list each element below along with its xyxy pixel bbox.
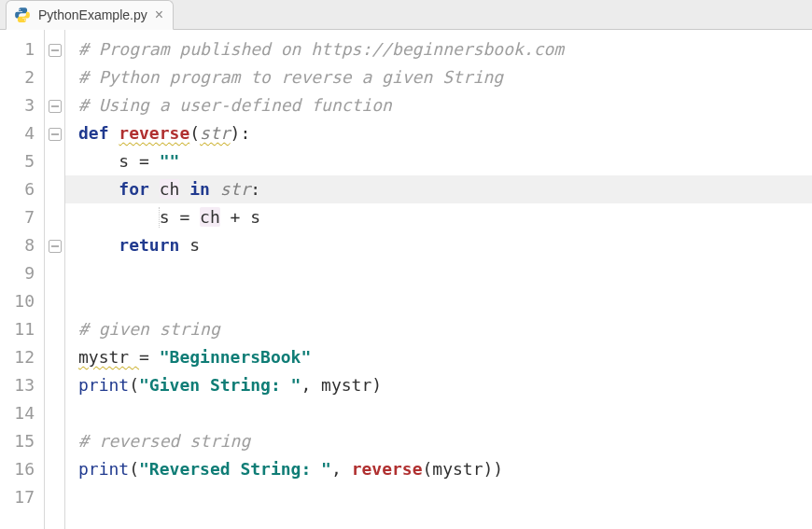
code-line[interactable] [65, 259, 812, 287]
fold-cell[interactable] [45, 231, 64, 259]
code-line[interactable]: print("Given String: ", mystr) [65, 371, 812, 399]
code-token: mystr [78, 347, 139, 367]
code-token: mystr [321, 375, 371, 395]
indent [78, 151, 119, 171]
code-line[interactable]: def reverse(str): [65, 119, 812, 147]
indent [78, 235, 119, 255]
code-token: "" [160, 151, 180, 171]
line-number: 5 [0, 147, 44, 175]
code-token: s [189, 235, 200, 255]
fold-cell [45, 483, 64, 511]
close-tab-icon[interactable]: × [155, 7, 163, 22]
code-token: reverse [119, 123, 189, 143]
code-token: # given string [78, 319, 220, 339]
code-line[interactable]: # given string [65, 315, 812, 343]
line-number: 8 [0, 231, 44, 259]
code-token: print [78, 459, 129, 479]
fold-toggle-icon[interactable] [49, 44, 62, 57]
code-line[interactable] [65, 399, 812, 427]
fold-cell [45, 399, 64, 427]
code-token: = [179, 207, 200, 227]
line-number: 14 [0, 399, 44, 427]
indent [78, 179, 119, 199]
code-line[interactable] [65, 483, 812, 511]
fold-cell [45, 259, 64, 287]
code-token: str [220, 179, 251, 199]
code-token: print [78, 375, 129, 395]
fold-gutter [45, 30, 65, 529]
code-token: ( [189, 123, 200, 143]
code-token: # reversed string [78, 431, 250, 451]
line-number: 7 [0, 203, 44, 231]
code-line[interactable]: # Using a user-defined function [65, 91, 812, 119]
file-tab[interactable]: PythonExample.py × [6, 0, 174, 30]
code-editor[interactable]: 1234567891011121314151617 # Program publ… [0, 30, 812, 529]
fold-toggle-icon[interactable] [49, 240, 62, 253]
tab-bar: PythonExample.py × [0, 0, 812, 30]
code-token: in [179, 179, 219, 199]
line-number: 6 [0, 175, 44, 203]
code-token: ) [371, 375, 382, 395]
line-number: 10 [0, 287, 44, 315]
code-token: + [220, 207, 251, 227]
fold-cell [45, 63, 64, 91]
code-token: return [119, 235, 189, 255]
fold-cell[interactable] [45, 35, 64, 63]
fold-toggle-icon[interactable] [49, 128, 62, 141]
fold-cell [45, 287, 64, 315]
code-token: # Python program to reverse a given Stri… [78, 67, 503, 87]
line-number: 12 [0, 343, 44, 371]
fold-cell[interactable] [45, 91, 64, 119]
line-number: 17 [0, 483, 44, 511]
line-number-gutter: 1234567891011121314151617 [0, 30, 45, 529]
code-token: s [250, 207, 260, 227]
fold-cell [45, 455, 64, 483]
code-token: "Given String: " [139, 375, 301, 395]
fold-cell [45, 371, 64, 399]
code-token: , [301, 375, 321, 395]
indent [78, 207, 160, 227]
code-token: ) [483, 459, 494, 479]
code-token: for [119, 179, 159, 199]
code-token: s [160, 207, 180, 227]
code-token: ( [129, 375, 139, 395]
code-token: , [331, 459, 352, 479]
code-token: "BeginnersBook" [160, 347, 312, 367]
code-token: = [139, 151, 160, 171]
code-line[interactable]: print("Reversed String: ", reverse(mystr… [65, 455, 812, 483]
code-token: # Using a user-defined function [78, 95, 392, 115]
code-token: mystr [432, 459, 483, 479]
code-token: ( [129, 459, 139, 479]
line-number: 3 [0, 91, 44, 119]
code-line[interactable]: mystr = "BeginnersBook" [65, 343, 812, 371]
code-token: = [139, 347, 160, 367]
code-token: def [78, 123, 119, 143]
code-line[interactable]: # reversed string [65, 427, 812, 455]
fold-toggle-icon[interactable] [49, 100, 62, 113]
code-token: s [119, 151, 139, 171]
code-line[interactable] [65, 287, 812, 315]
code-area[interactable]: # Program published on https://beginners… [65, 30, 812, 529]
fold-cell [45, 175, 64, 203]
fold-cell [45, 315, 64, 343]
line-number: 15 [0, 427, 44, 455]
code-token: ) [231, 123, 241, 143]
line-number: 11 [0, 315, 44, 343]
code-line[interactable]: s = ch + s [65, 203, 812, 231]
code-line[interactable]: # Python program to reverse a given Stri… [65, 63, 812, 91]
code-token: str [200, 123, 231, 143]
line-number: 4 [0, 119, 44, 147]
code-line[interactable]: for ch in str: [65, 175, 812, 203]
code-token: "Reversed String: " [139, 459, 331, 479]
line-number: 2 [0, 63, 44, 91]
line-number: 16 [0, 455, 44, 483]
code-line[interactable]: # Program published on https://beginners… [65, 35, 812, 63]
code-token: # Program published on https://beginners… [78, 39, 564, 59]
line-number: 13 [0, 371, 44, 399]
code-line[interactable]: return s [65, 231, 812, 259]
code-token: : [250, 179, 260, 199]
tab-filename: PythonExample.py [38, 7, 147, 22]
fold-cell[interactable] [45, 119, 64, 147]
code-line[interactable]: s = "" [65, 147, 812, 175]
code-token: : [240, 123, 250, 143]
